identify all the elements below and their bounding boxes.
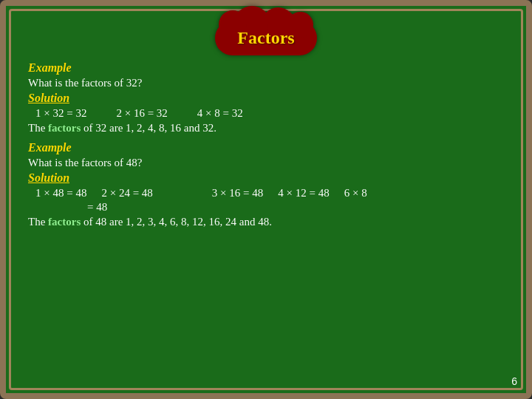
eq2-1: 1 × 48 = 48: [35, 187, 86, 200]
eq1-3: 4 × 8 = 32: [197, 107, 243, 120]
equation2-row: 1 × 48 = 48 2 × 24 = 48 3 × 16 = 48 4 × …: [28, 187, 504, 200]
eq1-1: 1 × 32 = 32: [35, 107, 86, 120]
example2-question: What is the factors of 48?: [28, 157, 504, 169]
summary1-pre: The: [28, 122, 45, 134]
eq2-4: 4 × 12 = 48: [278, 187, 329, 200]
summary2-pre: The: [28, 216, 45, 228]
example2-section: Example What is the factors of 48? Solut…: [28, 141, 504, 228]
summary1-row: The factors of 32 are 1, 2, 4, 8, 16 and…: [28, 122, 504, 134]
solution1-label: Solution: [28, 92, 504, 105]
summary1-highlight: factors: [48, 122, 81, 134]
title-container: Factors: [28, 21, 504, 55]
equation1-row: 1 × 32 = 32 2 × 16 = 32 4 × 8 = 32: [28, 107, 504, 120]
example1-section: Example What is the factors of 32? Solut…: [28, 61, 504, 134]
page-title: Factors: [237, 28, 294, 47]
example2-label: Example: [28, 141, 504, 154]
eq2-2: 2 × 24 = 48: [101, 187, 152, 200]
summary2-post: of 48 are 1, 2, 3, 4, 6, 8, 12, 16, 24 a…: [83, 216, 272, 228]
title-cloud: Factors: [215, 21, 316, 55]
chalkboard: Factors Example What is the factors of 3…: [0, 0, 532, 399]
summary2-row: The factors of 48 are 1, 2, 3, 4, 6, 8, …: [28, 216, 504, 228]
example1-question: What is the factors of 32?: [28, 77, 504, 89]
example1-label: Example: [28, 61, 504, 75]
eq2-5: 6 × 8: [344, 187, 367, 200]
summary2-highlight: factors: [48, 216, 81, 228]
summary1-post: of 32 are 1, 2, 4, 8, 16 and 32.: [83, 122, 216, 134]
eq2-3: 3 × 16 = 48: [212, 187, 263, 200]
solution2-label: Solution: [28, 171, 504, 185]
equation2-continued: = 48: [28, 201, 504, 214]
page-number: 6: [511, 375, 517, 387]
eq1-2: 2 × 16 = 32: [116, 107, 167, 120]
